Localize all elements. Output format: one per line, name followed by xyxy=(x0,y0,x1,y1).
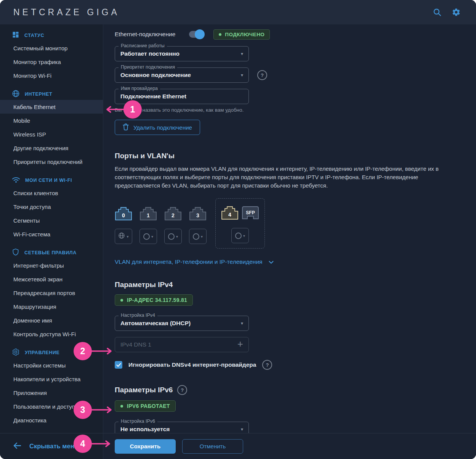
port-2-role-select[interactable]: ▾ xyxy=(164,229,182,244)
sidebar-item-ethernet-cable[interactable]: Кабель Ethernet xyxy=(0,100,103,114)
port-4-icon[interactable]: 4 xyxy=(221,205,239,221)
chevron-down-icon: ▾ xyxy=(241,51,243,56)
ipv4-dns-field[interactable]: + xyxy=(115,337,249,352)
sidebar-item-system-monitor[interactable]: Системный монитор xyxy=(0,41,103,55)
ipv6-config-value: Не используется xyxy=(120,426,238,433)
svg-text:1: 1 xyxy=(147,212,150,218)
chevron-down-icon: ▾ xyxy=(241,72,243,78)
port-3-icon[interactable]: 3 xyxy=(189,206,207,222)
vlan-settings-link[interactable]: VLAN для интернета, IP-телефонии и IP-те… xyxy=(115,258,274,265)
sidebar-item-domain-name[interactable]: Доменное имя xyxy=(0,313,103,327)
sidebar: СТАТУС Системный монитор Монитор трафика… xyxy=(0,24,103,459)
provider-name-input[interactable] xyxy=(120,93,243,100)
search-icon[interactable] xyxy=(433,8,442,17)
sidebar-item-client-lists[interactable]: Списки клиентов xyxy=(0,186,103,200)
priority-select[interactable]: Приоритет подключения Основное подключен… xyxy=(115,67,249,83)
globe-icon xyxy=(118,232,125,241)
port-0-icon[interactable]: 0 xyxy=(115,206,132,222)
chevron-down-icon: ▾ xyxy=(241,321,243,326)
action-bar: Сохранить Отменить xyxy=(103,433,476,459)
svg-text:SFP: SFP xyxy=(246,210,255,215)
chevron-down-icon: ▾ xyxy=(201,234,203,239)
sidebar-item-storage-devices[interactable]: Накопители и устройства xyxy=(0,372,103,386)
circle-icon xyxy=(143,233,150,240)
annotation-3-arrow xyxy=(91,406,114,414)
chevron-down-icon: ▾ xyxy=(176,234,178,239)
annotation-1-arrow xyxy=(104,106,125,113)
help-icon[interactable]: ? xyxy=(177,385,187,395)
sidebar-item-mobile[interactable]: Mobile xyxy=(0,114,103,127)
schedule-value: Работает постоянно xyxy=(120,50,238,57)
sidebar-item-connection-priorities[interactable]: Приоритеты подключений xyxy=(0,155,103,169)
trash-icon xyxy=(123,124,129,132)
status-dot-icon xyxy=(219,33,221,36)
ipv4-address-badge: IP-АДРЕС 34.117.59.81 xyxy=(115,294,193,306)
sidebar-item-segments[interactable]: Сегменты xyxy=(0,213,103,227)
ipv6-section-title: Параметры IPv6 ? xyxy=(115,385,461,395)
sidebar-item-system-settings[interactable]: Настройки системы xyxy=(0,358,103,372)
sidebar-item-access-points[interactable]: Точки доступа xyxy=(0,200,103,213)
port-1-role-select[interactable]: ▾ xyxy=(139,229,157,244)
svg-text:3: 3 xyxy=(196,212,199,218)
collapse-menu-label[interactable]: Скрывать меню xyxy=(29,443,80,450)
ipv6-status-badge: IPV6 РАБОТАЕТ xyxy=(115,400,176,412)
chevron-down-icon xyxy=(269,258,274,265)
sidebar-section-my-networks: МОИ СЕТИ И WI-FI xyxy=(0,175,103,186)
port-2-icon[interactable]: 2 xyxy=(164,206,182,222)
delete-connection-label: Удалить подключение xyxy=(133,124,192,131)
app-logo: NETCRAZE GIGA xyxy=(13,7,120,18)
ipv4-section-title: Параметры IPv4 xyxy=(115,281,461,289)
gear-icon[interactable] xyxy=(452,8,461,17)
save-button[interactable]: Сохранить xyxy=(115,439,176,454)
help-icon[interactable]: ? xyxy=(262,360,272,370)
sidebar-item-other-connections[interactable]: Другие подключения xyxy=(0,141,103,155)
chevron-down-icon: ▾ xyxy=(243,234,245,238)
sidebar-item-wifi-access-control[interactable]: Контроль доступа Wi-Fi xyxy=(0,327,103,341)
ignore-dns-checkbox[interactable] xyxy=(115,361,122,369)
ipv4-dns-input[interactable] xyxy=(120,341,237,348)
port-sfp-icon[interactable]: SFP xyxy=(242,205,259,221)
annotation-1: 1 xyxy=(123,100,142,119)
sidebar-item-applications[interactable]: Приложения xyxy=(0,386,103,400)
annotation-3: 3 xyxy=(74,401,92,419)
sidebar-item-wifi-monitor[interactable]: Монитор Wi-Fi xyxy=(0,69,103,82)
help-icon[interactable]: ? xyxy=(257,70,267,80)
sidebar-item-internet-filters[interactable]: Интернет-фильтры xyxy=(0,258,103,272)
annotation-2-arrow xyxy=(91,347,114,355)
annotation-2: 2 xyxy=(74,342,92,360)
circle-icon xyxy=(193,233,199,240)
sidebar-item-firewall[interactable]: Межсетевой экран xyxy=(0,272,103,286)
sidebar-section-network-rules: СЕТЕВЫЕ ПРАВИЛА xyxy=(0,247,103,258)
port-0-role-select[interactable]: ▾ xyxy=(115,229,132,244)
shield-icon xyxy=(12,248,19,258)
sidebar-item-wifi-system[interactable]: Wi-Fi-система xyxy=(0,227,103,241)
app-header: NETCRAZE GIGA xyxy=(0,0,476,24)
connection-title: Ethernet-подключение xyxy=(115,31,175,38)
circle-icon xyxy=(168,233,175,240)
sidebar-item-routing[interactable]: Маршрутизация xyxy=(0,300,103,313)
port-3-role-select[interactable]: ▾ xyxy=(189,229,207,244)
sidebar-item-port-forwarding[interactable]: Переадресация портов xyxy=(0,286,103,300)
ignore-dns-label: Игнорировать DNSv4 интернет-провайдера xyxy=(128,361,256,368)
sidebar-item-wireless-isp[interactable]: Wireless ISP xyxy=(0,127,103,141)
arrow-left-icon xyxy=(13,442,22,451)
schedule-select[interactable]: Расписание работы Работает постоянно ▾ xyxy=(115,46,249,61)
port-1-icon[interactable]: 1 xyxy=(139,206,157,222)
plus-icon[interactable]: + xyxy=(237,339,243,349)
cancel-button[interactable]: Отменить xyxy=(182,439,243,454)
connection-toggle[interactable] xyxy=(189,31,204,38)
svg-text:0: 0 xyxy=(122,212,125,218)
connection-status-badge: ПОДКЛЮЧЕНО xyxy=(213,29,270,40)
port-4-sfp-role-select[interactable]: ▾ xyxy=(231,228,249,243)
sidebar-item-traffic-monitor[interactable]: Монитор трафика xyxy=(0,55,103,69)
router-admin-app: NETCRAZE GIGA СТАТУС Системный монитор М… xyxy=(0,0,476,459)
chevron-down-icon: ▾ xyxy=(241,427,243,432)
priority-value: Основное подключение xyxy=(120,72,238,79)
delete-connection-button[interactable]: Удалить подключение xyxy=(115,120,200,135)
main-panel: Ethernet-подключение ПОДКЛЮЧЕНО Расписан… xyxy=(103,24,476,459)
ipv6-config-select[interactable]: Настройка IPv6 Не используется ▾ xyxy=(115,422,249,433)
ports-row: 0 ▾ 1 ▾ 2 ▾ 3 ▾ xyxy=(115,198,461,249)
ipv4-config-select[interactable]: Настройка IPv4 Автоматическая (DHCP) ▾ xyxy=(115,316,249,331)
sidebar-section-status: СТАТУС xyxy=(0,30,103,41)
svg-text:2: 2 xyxy=(171,212,175,218)
